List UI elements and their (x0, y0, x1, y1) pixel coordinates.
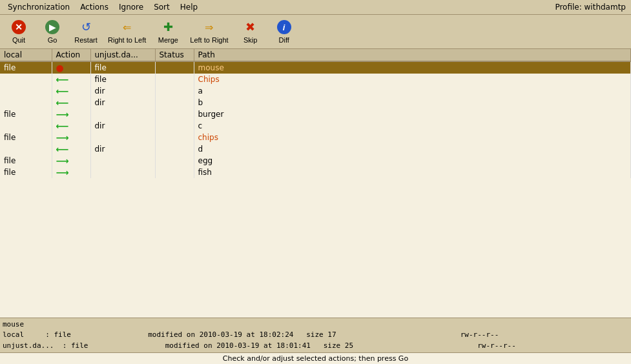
table-row[interactable]: file ⟶ egg (0, 155, 631, 167)
file-table: local Action unjust.da... Status Path fi… (0, 49, 631, 178)
cell-local (0, 85, 52, 97)
cell-status (155, 143, 194, 155)
status-hint-bar: Check and/or adjust selected actions; th… (0, 352, 631, 364)
table-row[interactable]: file ⟶ chips (0, 132, 631, 143)
status-detail: mouse local : file modified on 2010-03-1… (3, 319, 628, 352)
profile-label: Profile: withdamtp (555, 3, 628, 12)
red-dot-icon: ● (56, 63, 64, 73)
status-local-row: local : file modified on 2010-03-19 at 1… (3, 330, 628, 341)
cell-action: ⟶ (52, 167, 90, 178)
cell-unjust: file (90, 74, 155, 85)
menu-ignore[interactable]: Ignore (114, 1, 149, 13)
col-header-unjust[interactable]: unjust.da... (90, 49, 155, 61)
statusbar: mouse local : file modified on 2010-03-1… (0, 318, 631, 353)
table-row[interactable]: ⟵ dir c (0, 120, 631, 132)
arrow-right-icon: ⟶ (56, 109, 69, 119)
skip-icon: ✖ (243, 20, 258, 34)
cell-unjust: dir (90, 85, 155, 97)
skip-button[interactable]: ✖ Skip (234, 17, 267, 46)
toolbar: ✕ Quit ▶ Go ↺ Restart ⇐ Right to Left ✚ … (0, 15, 631, 49)
cell-unjust (90, 167, 155, 178)
merge-button[interactable]: ✚ Merge (152, 17, 184, 46)
status-local-label: local (3, 330, 24, 339)
status-remote-size: size 25 (324, 341, 353, 350)
cell-local: file (0, 167, 52, 178)
cell-path: mouse (194, 61, 631, 74)
cell-action: ● (52, 61, 90, 74)
cell-local: file (0, 108, 52, 120)
go-label: Go (48, 36, 57, 44)
cell-unjust: dir (90, 97, 155, 108)
arrow-left-icon: ⟵ (56, 86, 69, 96)
cell-local: file (0, 61, 52, 74)
rtl-button[interactable]: ⇐ Right to Left (103, 17, 150, 46)
cell-local (0, 74, 52, 85)
status-remote-type: file (71, 341, 88, 350)
cell-path: a (194, 85, 631, 97)
menu-synchronization[interactable]: Synchronization (3, 1, 75, 13)
table-row[interactable]: file ⟶ burger (0, 108, 631, 120)
go-button[interactable]: ▶ Go (36, 17, 68, 46)
restart-label: Restart (74, 36, 97, 44)
cell-action: ⟵ (52, 143, 90, 155)
status-local-perms: rw-r--r-- (460, 330, 499, 339)
table-row[interactable]: ⟵ dir d (0, 143, 631, 155)
diff-button[interactable]: i Diff (268, 17, 300, 46)
status-hint-text: Check and/or adjust selected actions; th… (223, 354, 408, 363)
table-row[interactable]: file ● file mouse (0, 61, 631, 74)
status-remote-label: unjust.da... (3, 341, 54, 350)
ltr-button[interactable]: ⇒ Left to Right (185, 17, 233, 46)
cell-unjust (90, 132, 155, 143)
table-body: file ● file mouse ⟵ file Chips ⟵ dir a (0, 61, 631, 178)
cell-status (155, 108, 194, 120)
cell-local (0, 120, 52, 132)
quit-icon: ✕ (12, 20, 26, 34)
merge-icon: ✚ (161, 20, 175, 34)
cell-path: Chips (194, 74, 631, 85)
diff-label: Diff (279, 36, 289, 44)
restart-icon: ↺ (79, 20, 93, 34)
cell-status (155, 97, 194, 108)
menu-help[interactable]: Help (175, 1, 203, 13)
cell-path: burger (194, 108, 631, 120)
ltr-label: Left to Right (190, 36, 228, 44)
menu-items: Synchronization Actions Ignore Sort Help (3, 1, 203, 13)
status-local-modified: modified on 2010-03-19 at 18:02:24 (148, 330, 293, 339)
col-header-status[interactable]: Status (155, 49, 194, 61)
cell-action: ⟵ (52, 74, 90, 85)
menu-actions[interactable]: Actions (75, 1, 114, 13)
table-row[interactable]: ⟵ file Chips (0, 74, 631, 85)
cell-status (155, 155, 194, 167)
merge-label: Merge (158, 36, 178, 44)
go-icon: ▶ (45, 20, 59, 34)
cell-status (155, 120, 194, 132)
cell-status (155, 61, 194, 74)
arrow-right-icon: ⟶ (56, 167, 69, 177)
cell-local (0, 143, 52, 155)
col-header-action[interactable]: Action (52, 49, 90, 61)
arrow-left-icon: ⟵ (56, 97, 69, 108)
table-row[interactable]: ⟵ dir b (0, 97, 631, 108)
col-header-local[interactable]: local (0, 49, 52, 61)
restart-button[interactable]: ↺ Restart (70, 17, 102, 46)
table-header-row: local Action unjust.da... Status Path (0, 49, 631, 61)
arrow-right-icon: ⟶ (56, 132, 69, 143)
cell-action: ⟵ (52, 120, 90, 132)
cell-status (155, 132, 194, 143)
cell-unjust: file (90, 61, 155, 74)
cell-unjust: dir (90, 120, 155, 132)
table-row[interactable]: ⟵ dir a (0, 85, 631, 97)
col-header-path[interactable]: Path (194, 49, 631, 61)
quit-button[interactable]: ✕ Quit (3, 17, 35, 46)
cell-status (155, 74, 194, 85)
cell-status (155, 167, 194, 178)
cell-path: c (194, 120, 631, 132)
menu-sort[interactable]: Sort (149, 1, 175, 13)
cell-status (155, 85, 194, 97)
status-local-type: file (54, 330, 71, 339)
file-table-area: local Action unjust.da... Status Path fi… (0, 49, 631, 318)
table-row[interactable]: file ⟶ fish (0, 167, 631, 178)
cell-action: ⟶ (52, 108, 90, 120)
arrow-left-icon: ⟵ (56, 121, 69, 131)
rtl-label: Right to Left (108, 36, 146, 44)
